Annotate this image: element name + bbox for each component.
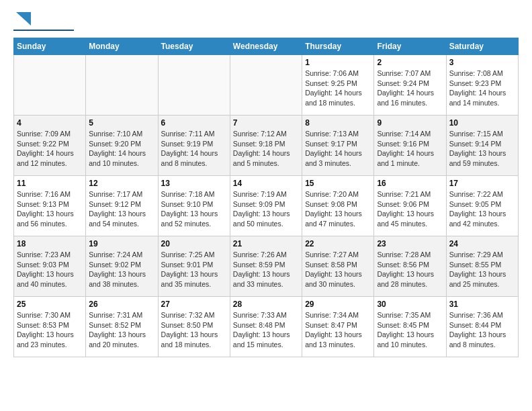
calendar-cell: 11Sunrise: 7:16 AM Sunset: 9:13 PM Dayli… (14, 176, 86, 236)
calendar-cell: 19Sunrise: 7:24 AM Sunset: 9:02 PM Dayli… (86, 236, 158, 297)
day-info: Sunrise: 7:33 AM Sunset: 8:48 PM Dayligh… (233, 310, 299, 350)
day-info: Sunrise: 7:24 AM Sunset: 9:02 PM Dayligh… (89, 250, 154, 289)
day-number: 30 (377, 300, 443, 309)
page-header (13, 13, 519, 31)
calendar-week-2: 4Sunrise: 7:09 AM Sunset: 9:22 PM Daylig… (14, 116, 519, 176)
day-number: 8 (305, 118, 371, 128)
calendar-cell (86, 55, 158, 116)
calendar-cell: 10Sunrise: 7:15 AM Sunset: 9:14 PM Dayli… (446, 116, 518, 176)
header-sunday: Sunday (14, 38, 86, 55)
day-number: 19 (89, 239, 154, 248)
day-number: 16 (377, 179, 443, 188)
day-info: Sunrise: 7:21 AM Sunset: 9:06 PM Dayligh… (377, 189, 443, 229)
calendar-cell: 26Sunrise: 7:31 AM Sunset: 8:52 PM Dayli… (86, 297, 158, 357)
day-info: Sunrise: 7:06 AM Sunset: 9:25 PM Dayligh… (305, 68, 371, 108)
day-info: Sunrise: 7:29 AM Sunset: 8:55 PM Dayligh… (449, 250, 515, 289)
calendar-cell: 13Sunrise: 7:18 AM Sunset: 9:10 PM Dayli… (158, 176, 230, 236)
calendar-cell: 20Sunrise: 7:25 AM Sunset: 9:01 PM Dayli… (158, 236, 230, 297)
calendar-cell: 15Sunrise: 7:20 AM Sunset: 9:08 PM Dayli… (302, 176, 374, 236)
day-number: 23 (377, 239, 443, 248)
header-monday: Monday (86, 38, 158, 55)
day-number: 31 (449, 300, 515, 309)
day-info: Sunrise: 7:11 AM Sunset: 9:19 PM Dayligh… (161, 129, 227, 169)
day-info: Sunrise: 7:08 AM Sunset: 9:23 PM Dayligh… (449, 68, 515, 108)
day-number: 4 (17, 118, 83, 128)
svg-marker-0 (16, 12, 31, 26)
day-number: 10 (449, 118, 515, 128)
day-info: Sunrise: 7:25 AM Sunset: 9:01 PM Dayligh… (161, 250, 227, 289)
day-number: 21 (233, 239, 299, 248)
header-friday: Friday (374, 38, 446, 55)
calendar-cell: 29Sunrise: 7:34 AM Sunset: 8:47 PM Dayli… (302, 297, 374, 357)
calendar-cell (158, 55, 230, 116)
day-number: 22 (305, 239, 371, 248)
calendar-week-3: 11Sunrise: 7:16 AM Sunset: 9:13 PM Dayli… (14, 176, 519, 236)
day-info: Sunrise: 7:10 AM Sunset: 9:20 PM Dayligh… (89, 129, 154, 169)
calendar-cell: 5Sunrise: 7:10 AM Sunset: 9:20 PM Daylig… (86, 116, 158, 176)
day-info: Sunrise: 7:19 AM Sunset: 9:09 PM Dayligh… (233, 189, 299, 229)
day-info: Sunrise: 7:16 AM Sunset: 9:13 PM Dayligh… (17, 189, 83, 229)
calendar-cell: 31Sunrise: 7:36 AM Sunset: 8:44 PM Dayli… (446, 297, 518, 357)
day-info: Sunrise: 7:12 AM Sunset: 9:18 PM Dayligh… (233, 129, 299, 169)
day-number: 1 (305, 58, 371, 67)
day-number: 5 (89, 118, 154, 128)
day-number: 6 (161, 118, 227, 128)
day-info: Sunrise: 7:34 AM Sunset: 8:47 PM Dayligh… (305, 310, 371, 350)
calendar-cell: 3Sunrise: 7:08 AM Sunset: 9:23 PM Daylig… (446, 55, 518, 116)
header-wednesday: Wednesday (230, 38, 302, 55)
day-info: Sunrise: 7:18 AM Sunset: 9:10 PM Dayligh… (161, 189, 227, 229)
day-number: 24 (449, 239, 515, 248)
day-number: 7 (233, 118, 299, 128)
day-number: 20 (161, 239, 227, 248)
day-info: Sunrise: 7:23 AM Sunset: 9:03 PM Dayligh… (17, 250, 83, 289)
day-number: 28 (233, 300, 299, 309)
day-number: 29 (305, 300, 371, 309)
calendar-cell: 27Sunrise: 7:32 AM Sunset: 8:50 PM Dayli… (158, 297, 230, 357)
calendar-cell: 17Sunrise: 7:22 AM Sunset: 9:05 PM Dayli… (446, 176, 518, 236)
calendar-cell: 25Sunrise: 7:30 AM Sunset: 8:53 PM Dayli… (14, 297, 86, 357)
header-saturday: Saturday (446, 38, 518, 55)
day-info: Sunrise: 7:22 AM Sunset: 9:05 PM Dayligh… (449, 189, 515, 229)
day-info: Sunrise: 7:15 AM Sunset: 9:14 PM Dayligh… (449, 129, 515, 169)
calendar-cell: 30Sunrise: 7:35 AM Sunset: 8:45 PM Dayli… (374, 297, 446, 357)
calendar-cell (230, 55, 302, 116)
header-thursday: Thursday (302, 38, 374, 55)
day-info: Sunrise: 7:32 AM Sunset: 8:50 PM Dayligh… (161, 310, 227, 350)
calendar-cell: 9Sunrise: 7:14 AM Sunset: 9:16 PM Daylig… (374, 116, 446, 176)
day-info: Sunrise: 7:13 AM Sunset: 9:17 PM Dayligh… (305, 129, 371, 169)
logo-icon (16, 12, 31, 26)
day-number: 12 (89, 179, 154, 188)
day-info: Sunrise: 7:28 AM Sunset: 8:56 PM Dayligh… (377, 250, 443, 289)
day-info: Sunrise: 7:31 AM Sunset: 8:52 PM Dayligh… (89, 310, 154, 350)
calendar-cell: 4Sunrise: 7:09 AM Sunset: 9:22 PM Daylig… (14, 116, 86, 176)
calendar-cell: 28Sunrise: 7:33 AM Sunset: 8:48 PM Dayli… (230, 297, 302, 357)
logo (13, 13, 74, 31)
calendar-cell: 14Sunrise: 7:19 AM Sunset: 9:09 PM Dayli… (230, 176, 302, 236)
day-number: 14 (233, 179, 299, 188)
day-info: Sunrise: 7:30 AM Sunset: 8:53 PM Dayligh… (17, 310, 83, 350)
calendar-cell: 21Sunrise: 7:26 AM Sunset: 8:59 PM Dayli… (230, 236, 302, 297)
day-number: 27 (161, 300, 227, 309)
day-info: Sunrise: 7:35 AM Sunset: 8:45 PM Dayligh… (377, 310, 443, 350)
calendar-cell: 1Sunrise: 7:06 AM Sunset: 9:25 PM Daylig… (302, 55, 374, 116)
day-info: Sunrise: 7:27 AM Sunset: 8:58 PM Dayligh… (305, 250, 371, 289)
calendar-week-5: 25Sunrise: 7:30 AM Sunset: 8:53 PM Dayli… (14, 297, 519, 357)
day-number: 26 (89, 300, 154, 309)
calendar-cell: 2Sunrise: 7:07 AM Sunset: 9:24 PM Daylig… (374, 55, 446, 116)
day-number: 18 (17, 239, 83, 248)
header-tuesday: Tuesday (158, 38, 230, 55)
calendar-week-1: 1Sunrise: 7:06 AM Sunset: 9:25 PM Daylig… (14, 55, 519, 116)
calendar-cell: 7Sunrise: 7:12 AM Sunset: 9:18 PM Daylig… (230, 116, 302, 176)
day-number: 2 (377, 58, 443, 67)
calendar-cell: 24Sunrise: 7:29 AM Sunset: 8:55 PM Dayli… (446, 236, 518, 297)
day-info: Sunrise: 7:17 AM Sunset: 9:12 PM Dayligh… (89, 189, 154, 229)
calendar-cell: 23Sunrise: 7:28 AM Sunset: 8:56 PM Dayli… (374, 236, 446, 297)
day-info: Sunrise: 7:26 AM Sunset: 8:59 PM Dayligh… (233, 250, 299, 289)
calendar-cell: 16Sunrise: 7:21 AM Sunset: 9:06 PM Dayli… (374, 176, 446, 236)
day-number: 15 (305, 179, 371, 188)
day-number: 11 (17, 179, 83, 188)
calendar-cell: 22Sunrise: 7:27 AM Sunset: 8:58 PM Dayli… (302, 236, 374, 297)
day-info: Sunrise: 7:20 AM Sunset: 9:08 PM Dayligh… (305, 189, 371, 229)
day-info: Sunrise: 7:14 AM Sunset: 9:16 PM Dayligh… (377, 129, 443, 169)
day-number: 13 (161, 179, 227, 188)
